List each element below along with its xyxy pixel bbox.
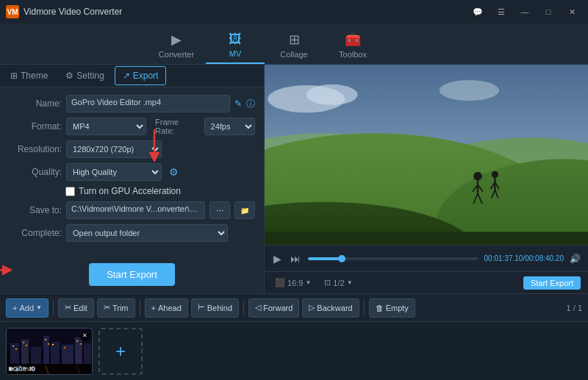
setting-label: Setting bbox=[76, 71, 104, 81]
collage-icon: ⊞ bbox=[289, 32, 300, 48]
separator-3 bbox=[243, 301, 244, 315]
svg-rect-10 bbox=[265, 232, 588, 245]
scale-button[interactable]: ⊡ 1/2 ▼ bbox=[321, 276, 355, 289]
maximize-button[interactable]: □ bbox=[538, 4, 559, 19]
tl-settings-icon[interactable]: ⚙ bbox=[30, 365, 35, 372]
skip-button[interactable]: ⏭ bbox=[289, 251, 302, 266]
start-export-button[interactable]: Start Export bbox=[89, 263, 175, 286]
framerate-select[interactable]: 24fps30fps60fps bbox=[204, 118, 255, 135]
page-indicator: 1 / 1 bbox=[567, 304, 582, 312]
ahead-button[interactable]: + Ahead bbox=[145, 298, 188, 318]
menu-button[interactable]: ☰ bbox=[491, 4, 512, 19]
ahead-icon: + bbox=[151, 304, 156, 312]
close-button[interactable]: ✕ bbox=[562, 4, 582, 19]
tab-mv[interactable]: 🖼 MV bbox=[206, 27, 265, 64]
tl-vol-icon[interactable]: 🔊 bbox=[15, 365, 22, 372]
svg-rect-35 bbox=[84, 343, 91, 365]
video-preview bbox=[265, 65, 588, 245]
empty-button[interactable]: 🗑 Empty bbox=[369, 298, 415, 318]
saveto-label: Save to: bbox=[9, 205, 62, 215]
panel-tab-export[interactable]: ↗ Export bbox=[115, 66, 167, 85]
behind-icon: ⊢ bbox=[198, 303, 205, 312]
separator-4 bbox=[364, 301, 365, 315]
tab-collage[interactable]: ⊞ Collage bbox=[265, 27, 323, 64]
resolution-row: Resolution: 1280x720 (720p)1920x1080 (10… bbox=[9, 140, 255, 158]
minimize-button[interactable]: — bbox=[514, 4, 535, 19]
complete-label: Complete: bbox=[9, 228, 62, 238]
name-value: GoPro Video Editor .mp4 bbox=[66, 95, 230, 112]
aspect-ratio-icon: ⬛ bbox=[275, 278, 285, 287]
behind-button[interactable]: ⊢ Behind bbox=[191, 298, 239, 318]
saveto-path: C:\Vidmore\Vidmore V...onverter\MV Expor… bbox=[66, 201, 205, 219]
progress-thumb bbox=[338, 255, 345, 262]
edit-button[interactable]: ✂ Edit bbox=[58, 298, 94, 318]
quality-select[interactable]: High QualityMedium QualityLow Quality bbox=[66, 163, 162, 181]
tab-converter[interactable]: ▶ Converter bbox=[147, 27, 206, 64]
complete-select[interactable]: Open output folderDo nothingShutdown bbox=[66, 224, 228, 242]
gpu-row: Turn on GPU Acceleration bbox=[9, 186, 255, 196]
saveto-row: Save to: C:\Vidmore\Vidmore V...onverter… bbox=[9, 201, 255, 219]
name-row: Name: GoPro Video Editor .mp4 ✎ ⓘ bbox=[9, 95, 255, 112]
backward-label: Backward bbox=[317, 304, 352, 312]
timeline-close-icon[interactable]: ✕ bbox=[79, 331, 90, 341]
svg-rect-33 bbox=[62, 345, 74, 365]
resolution-select[interactable]: 1280x720 (720p)1920x1080 (1080p)3840x216… bbox=[66, 140, 162, 158]
left-panel: ⊞ Theme ⚙ Setting ↗ Export Name: GoPro V… bbox=[0, 65, 265, 293]
tl-play-icon[interactable]: ▶ bbox=[9, 365, 13, 372]
gpu-checkbox[interactable] bbox=[65, 187, 75, 196]
panel-tab-theme[interactable]: ⊞ Theme bbox=[3, 66, 55, 85]
video-controls-bottom: ⬛ 16:9 ▼ ⊡ 1/2 ▼ Start Export bbox=[265, 271, 588, 293]
message-button[interactable]: 💬 bbox=[467, 4, 488, 19]
backward-button[interactable]: ▷ Backward bbox=[302, 298, 359, 318]
saveto-browse-btn[interactable]: 📁 bbox=[234, 201, 255, 219]
scale-icon: ⊡ bbox=[324, 278, 331, 287]
svg-rect-38 bbox=[23, 342, 24, 343]
progress-fill bbox=[308, 257, 342, 260]
timeline-overlay: ▶ 🔊 ✂ ⚙ 00:08:40 bbox=[7, 364, 92, 374]
title-bar: VM Vidmore Video Converter 💬 ☰ — □ ✕ bbox=[0, 0, 588, 24]
timeline-item[interactable]: ✕ ▶ 🔊 ✂ ⚙ 00:08:40 bbox=[6, 328, 93, 375]
svg-rect-44 bbox=[76, 340, 78, 342]
svg-rect-28 bbox=[10, 343, 19, 365]
info-icon[interactable]: ⓘ bbox=[246, 98, 255, 110]
tl-edit-icon[interactable]: ✂ bbox=[24, 365, 29, 372]
svg-point-20 bbox=[492, 171, 498, 178]
right-panel: ▶ ⏭ 00:01:37.10/00:08:40.20 🔊 ⬛ 16:9 ▼ ⊡… bbox=[265, 65, 588, 293]
trim-button[interactable]: ✂ Trim bbox=[97, 298, 135, 318]
add-button[interactable]: + Add ▼ bbox=[6, 298, 49, 318]
format-select[interactable]: MP4AVIMOVMKV bbox=[66, 118, 146, 135]
forward-button[interactable]: ◁ Forward bbox=[248, 298, 299, 318]
converter-icon: ▶ bbox=[171, 32, 182, 48]
saveto-dots-btn[interactable]: ··· bbox=[209, 201, 230, 219]
left-arrow-indicator bbox=[0, 262, 12, 279]
export-form: Name: GoPro Video Editor .mp4 ✎ ⓘ Format… bbox=[0, 87, 264, 293]
tab-converter-label: Converter bbox=[159, 50, 194, 59]
quality-gear-icon[interactable]: ⚙ bbox=[169, 166, 179, 178]
timeline-add-button[interactable]: + bbox=[98, 328, 143, 375]
separator-2 bbox=[140, 301, 140, 315]
forward-label: Forward bbox=[263, 304, 293, 312]
title-bar-left: VM Vidmore Video Converter bbox=[6, 5, 122, 18]
empty-label: Empty bbox=[386, 304, 409, 312]
start-export-small-button[interactable]: Start Export bbox=[523, 276, 581, 290]
edit-scissors-icon: ✂ bbox=[65, 303, 71, 312]
aspect-ratio-button[interactable]: ⬛ 16:9 ▼ bbox=[272, 276, 314, 289]
tab-toolbox[interactable]: 🧰 Toolbox bbox=[323, 27, 382, 64]
name-label: Name: bbox=[9, 98, 62, 109]
export-label: Export bbox=[133, 71, 159, 81]
play-button[interactable]: ▶ bbox=[272, 251, 283, 266]
aspect-ratio-label: 16:9 bbox=[287, 279, 303, 287]
trash-icon: 🗑 bbox=[376, 304, 384, 312]
add-chevron: ▼ bbox=[36, 304, 42, 311]
forward-icon: ◁ bbox=[255, 303, 261, 312]
progress-bar[interactable] bbox=[308, 257, 478, 260]
setting-icon: ⚙ bbox=[65, 71, 74, 81]
svg-rect-37 bbox=[15, 348, 17, 350]
volume-icon[interactable]: 🔊 bbox=[570, 254, 581, 264]
panel-tab-setting[interactable]: ⚙ Setting bbox=[58, 66, 111, 85]
panel-tabs: ⊞ Theme ⚙ Setting ↗ Export bbox=[0, 65, 264, 87]
edit-icon[interactable]: ✎ bbox=[234, 98, 242, 109]
scale-label: 1/2 bbox=[333, 279, 344, 287]
framerate-label: Frame Rate: bbox=[155, 118, 200, 135]
backward-icon: ▷ bbox=[309, 303, 315, 312]
